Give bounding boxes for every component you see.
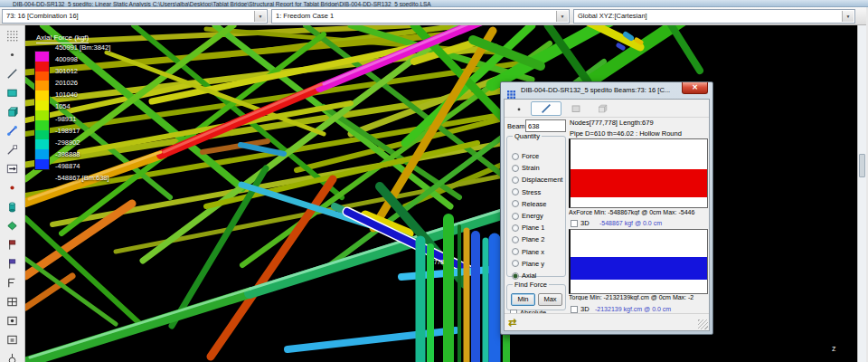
beam-attr-icon[interactable] (1, 293, 23, 310)
legend-value: 400998 (55, 53, 110, 65)
brick-icon[interactable] (1, 103, 23, 120)
flag-b-icon[interactable] (1, 255, 23, 272)
beam[interactable] (618, 45, 623, 48)
main-toolbar: 73: 16 [Combination 16] ▼ 1: Freedom Cas… (0, 7, 868, 25)
radio-circle[interactable] (512, 272, 519, 280)
tab-beam[interactable] (531, 101, 561, 116)
node-label: 778 (434, 259, 444, 265)
axforce-caption: AxForce Min: -548867kgf @ 0cm Max: -5446 (569, 209, 708, 215)
plate-attr-icon[interactable] (1, 312, 23, 329)
torque-3d-label: 3D (580, 305, 590, 313)
radio-circle[interactable] (512, 236, 519, 243)
patch-icon[interactable] (1, 217, 23, 234)
max-button[interactable]: Max (538, 293, 562, 306)
misc-icon[interactable] (1, 350, 23, 362)
axforce-plot (569, 138, 708, 208)
radio-circle[interactable] (512, 176, 519, 184)
torque-3d-row[interactable]: 3D (571, 305, 590, 313)
radio-circle[interactable] (512, 188, 519, 195)
radio-plane-2[interactable]: Plane 2 (512, 233, 544, 245)
legend-value: -98931 (55, 113, 110, 125)
radio-circle[interactable] (512, 248, 519, 255)
min-button[interactable]: Min (511, 293, 535, 306)
load-path-icon[interactable] (1, 160, 23, 177)
window-titlebar: DIB-004-DD-SR132_5 spedito: Linear Stati… (0, 0, 868, 7)
quantity-group-label: Quantity (513, 132, 542, 140)
chevron-down-icon[interactable]: ▼ (556, 11, 568, 22)
radio-circle[interactable] (512, 224, 519, 232)
beam[interactable] (626, 34, 631, 38)
radio-circle[interactable] (512, 213, 519, 220)
legend-value: 1054 (55, 100, 110, 112)
radio-circle[interactable] (512, 165, 519, 172)
app-icon (3, 1, 9, 7)
legend-value: 301012 (55, 65, 110, 77)
resize-grip[interactable] (698, 319, 708, 329)
legend-colorbar (34, 51, 50, 170)
radio-stress[interactable]: Stress (512, 186, 541, 198)
scrollbar-thumb[interactable] (859, 154, 865, 177)
radio-circle[interactable] (512, 200, 519, 207)
radio-label: Force (522, 152, 539, 160)
combo-freedom-case[interactable]: 1: Freedom Case 1 ▼ (271, 9, 570, 24)
chevron-down-icon[interactable]: ▼ (254, 11, 266, 22)
radio-circle[interactable] (512, 260, 519, 267)
node-marker-icon[interactable] (1, 179, 23, 196)
link-icon[interactable] (1, 122, 23, 139)
radio-label: Displacement (522, 176, 562, 184)
cylinder-icon[interactable] (1, 198, 23, 215)
radio-circle[interactable] (512, 153, 519, 160)
beam[interactable] (669, 25, 700, 71)
vertex-icon[interactable] (1, 141, 23, 158)
legend-value: -398888 (55, 148, 110, 160)
vertical-scrollbar[interactable] (857, 25, 866, 362)
node-icon[interactable] (1, 46, 23, 63)
plate-icon[interactable] (1, 84, 23, 101)
tab-plate[interactable] (566, 101, 586, 116)
tab-brick[interactable] (592, 101, 612, 116)
axforce-3d-checkbox[interactable] (571, 220, 578, 227)
brick-attr-icon[interactable] (1, 331, 23, 348)
grid-dots-icon[interactable] (1, 27, 23, 44)
legend-value: -498874 (55, 160, 110, 172)
radio-label: Axial (522, 272, 536, 280)
radio-plane-y[interactable]: Plane y (512, 258, 544, 270)
close-icon[interactable]: ✕ (682, 82, 708, 94)
legend: Axial Force (kgf) 450991 [Bm:3842]400998… (31, 27, 89, 43)
radio-plane-x[interactable]: Plane x (512, 246, 544, 258)
combo-result-case[interactable]: 73: 16 [Combination 16] ▼ (2, 9, 268, 24)
beam-number-input[interactable] (525, 119, 566, 132)
radio-energy[interactable]: Energy (512, 210, 543, 222)
radio-plane-1[interactable]: Plane 1 (512, 222, 544, 233)
beam-info-line2: Pipe D=610 th=46.02 : Hollow Round (570, 129, 682, 138)
flag-a-icon[interactable] (1, 236, 23, 253)
radio-force[interactable]: Force (512, 150, 539, 162)
radio-label: Strain (522, 164, 540, 172)
legend-value: -298902 (55, 137, 110, 148)
legend-value: 450991 [Bm:3842] (55, 42, 110, 53)
find-force-group-label: Find Force (513, 281, 549, 289)
axforce-3d-row[interactable]: 3D (571, 219, 590, 227)
swap-arrows-icon[interactable]: ⇄ (508, 316, 516, 329)
radio-label: Plane 1 (522, 224, 544, 232)
torque-3d-checkbox[interactable] (571, 306, 578, 313)
combo-coord-system[interactable]: Global XYZ:[Cartesian] ▼ (573, 9, 855, 24)
beam-icon[interactable] (1, 65, 23, 82)
window-title: DIB-004-DD-SR132_5 spedito: Linear Stati… (13, 0, 431, 7)
model-viewport[interactable]: 778 Axial Force (kgf) 450991 [Bm:3842]40… (25, 25, 857, 362)
node-attr-icon[interactable] (1, 274, 23, 291)
combo-freedom-case-value: 1: Freedom Case 1 (276, 12, 334, 20)
legend-value: -548867 [Bm:638] (55, 172, 110, 184)
beam-results-dialog: DIB-004-DD-SR132_5 spedito Beams:73: 16 … (500, 81, 713, 335)
radio-release[interactable]: Release (512, 198, 547, 210)
axforce-bar (571, 169, 707, 197)
tab-node[interactable] (508, 101, 530, 116)
radio-displacement[interactable]: Displacement (512, 174, 562, 186)
radio-strain[interactable]: Strain (512, 162, 540, 174)
axforce-3d-label: 3D (580, 219, 590, 227)
beam-info-line1: Nodes[777,778] Length:679 (570, 119, 654, 127)
chevron-down-icon[interactable]: ▼ (842, 11, 854, 22)
combo-result-case-value: 73: 16 [Combination 16] (6, 12, 79, 20)
beam[interactable] (25, 276, 72, 308)
beam[interactable] (637, 40, 641, 43)
